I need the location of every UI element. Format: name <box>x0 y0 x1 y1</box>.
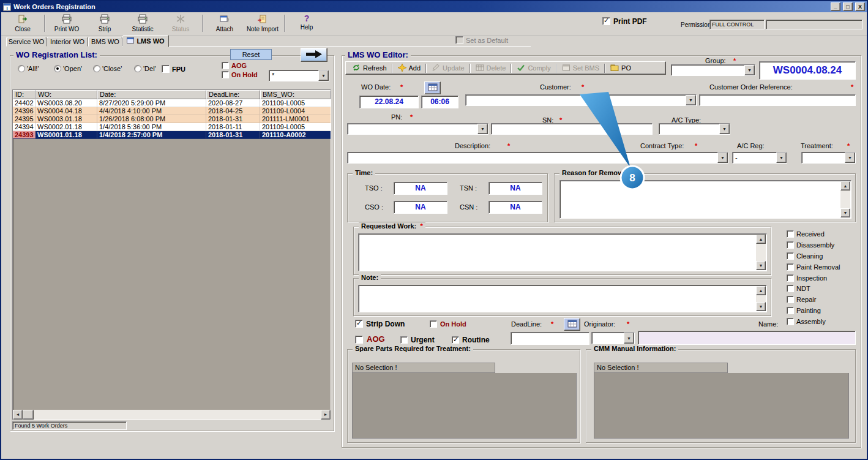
table-row[interactable]: 24396 WS0004.04.18 4/4/2018 4:10:00 PM 2… <box>13 107 331 115</box>
requested-work-textarea[interactable]: ▲ ▼ <box>358 233 767 271</box>
toolbar-close-button[interactable]: Close <box>4 13 42 33</box>
ac-reg-combobox[interactable]: - ▼ <box>732 152 787 164</box>
aog-filter-checkbox[interactable] <box>222 62 229 69</box>
column-header-deadline[interactable]: DeadLine: <box>206 90 260 99</box>
scroll-down-button[interactable]: ▼ <box>756 261 766 270</box>
print-pdf-checkbox[interactable]: ✓ <box>602 17 610 25</box>
column-header-wo[interactable]: WO: <box>36 90 97 99</box>
radio-filter-open[interactable] <box>54 65 61 72</box>
reason-textarea[interactable]: ▲ ▼ <box>559 180 851 219</box>
tab-interior-wo[interactable]: Interior WO <box>47 37 88 47</box>
scroll-up-button[interactable]: ▲ <box>840 181 850 190</box>
csn-field[interactable]: NA <box>488 201 542 214</box>
chevron-down-icon[interactable]: ▼ <box>624 333 634 344</box>
table-row[interactable]: 24402 WS0003.08.20 8/27/2020 5:29:00 PM … <box>13 99 331 107</box>
chevron-down-icon[interactable]: ▼ <box>477 124 488 134</box>
wo-time-field[interactable]: 06:06 <box>421 96 458 108</box>
chevron-down-icon[interactable]: ▼ <box>719 124 730 134</box>
note-textarea[interactable]: ▲ ▼ <box>358 285 767 312</box>
table-row[interactable]: 24395 WS0003.01.18 1/26/2018 6:08:00 PM … <box>13 115 331 123</box>
calendar-button[interactable] <box>424 81 441 94</box>
tab-lms-wo[interactable]: LMS WO <box>122 35 169 47</box>
column-header-date[interactable]: Date: <box>97 90 206 99</box>
spare-parts-area[interactable] <box>352 373 577 439</box>
group-combobox[interactable]: ▼ <box>671 64 755 76</box>
pn-combobox[interactable]: ▼ <box>347 123 488 135</box>
wo-date-field[interactable]: 22.08.24 <box>359 96 419 108</box>
scroll-down-button[interactable]: ▼ <box>756 302 766 311</box>
chevron-down-icon[interactable]: ▼ <box>318 70 329 81</box>
scroll-thumb[interactable] <box>23 410 34 420</box>
forward-arrow-button[interactable] <box>301 48 327 62</box>
v-scrollbar[interactable]: ▲ ▼ <box>840 181 850 217</box>
paint-removal-checkbox[interactable] <box>787 263 794 271</box>
radio-filter-all[interactable] <box>18 65 25 72</box>
chevron-down-icon[interactable]: ▼ <box>744 65 755 75</box>
v-scrollbar[interactable]: ▲ ▼ <box>756 235 766 270</box>
painting-checkbox[interactable] <box>787 307 794 314</box>
maximize-button[interactable]: □ <box>843 2 853 11</box>
customer-combobox[interactable]: ▼ <box>465 94 697 106</box>
tso-field[interactable]: NA <box>394 182 447 195</box>
table-row[interactable]: 24394 WS0002.01.18 1/4/2018 5:36:00 PM 2… <box>13 123 331 131</box>
scroll-up-button[interactable]: ▲ <box>756 286 766 295</box>
originator-combobox[interactable]: ▼ <box>591 332 635 344</box>
tsn-field[interactable]: NA <box>488 182 542 195</box>
scroll-track[interactable] <box>34 410 321 420</box>
toolbar-print-wo-button[interactable]: Print WO <box>48 13 86 33</box>
inspection-checkbox[interactable] <box>787 274 794 282</box>
toolbar-statistic-button[interactable]: Statistic <box>124 13 162 33</box>
on-hold-checkbox[interactable] <box>430 320 437 328</box>
deadline-calendar-button[interactable] <box>564 318 580 331</box>
scroll-up-button[interactable]: ▲ <box>756 235 766 244</box>
column-header-bms[interactable]: BMS_WO: <box>260 90 331 99</box>
refresh-button[interactable]: Refresh <box>348 62 391 74</box>
fpu-checkbox[interactable] <box>162 65 170 73</box>
cmm-header[interactable]: No Selection ! <box>594 363 728 373</box>
scroll-down-button[interactable]: ▼ <box>840 208 850 217</box>
radio-filter-del[interactable] <box>134 65 141 72</box>
toolbar-strip-button[interactable]: Strip <box>86 13 124 33</box>
table-row-selected[interactable]: 24393 WS0001.01.18 1/4/2018 2:57:00 PM 2… <box>13 131 331 139</box>
received-checkbox[interactable] <box>787 230 794 238</box>
tab-bms-wo[interactable]: BMS WO <box>88 37 122 47</box>
name-field[interactable] <box>638 331 856 345</box>
wo-filter-combobox[interactable]: * ▼ <box>269 70 329 81</box>
toolbar-help-button[interactable]: ? Help <box>288 13 326 33</box>
po-button[interactable]: PO <box>607 62 635 74</box>
toolbar-note-import-button[interactable]: Note Import <box>244 13 282 33</box>
toolbar-attach-button[interactable]: Attach <box>206 13 244 33</box>
description-combobox[interactable]: ▼ <box>347 152 728 164</box>
tab-service-wo[interactable]: Service WO <box>6 37 47 47</box>
spare-parts-header[interactable]: No Selection ! <box>352 363 495 373</box>
radio-filter-close[interactable] <box>93 65 100 72</box>
strip-down-checkbox[interactable]: ✓ <box>355 320 363 328</box>
chevron-down-icon[interactable]: ▼ <box>845 153 855 163</box>
aog-checkbox[interactable] <box>355 336 363 344</box>
h-scrollbar[interactable]: ◄ ► <box>13 410 331 420</box>
sn-field[interactable] <box>491 123 653 135</box>
v-scrollbar[interactable]: ▲ ▼ <box>756 286 766 311</box>
cleaning-checkbox[interactable] <box>787 252 794 260</box>
add-button[interactable]: Add <box>394 62 425 74</box>
scroll-right-button[interactable]: ► <box>321 410 331 420</box>
routine-checkbox[interactable]: ✓ <box>452 336 459 344</box>
treatment-combobox[interactable]: ▼ <box>801 152 856 164</box>
reset-button[interactable]: Reset <box>230 49 272 60</box>
disassembly-checkbox[interactable] <box>787 241 794 249</box>
chevron-down-icon[interactable]: ▼ <box>776 153 787 163</box>
ac-type-combobox[interactable]: ▼ <box>659 123 730 135</box>
repair-checkbox[interactable] <box>787 296 794 303</box>
chevron-down-icon[interactable]: ▼ <box>686 95 696 105</box>
cso-field[interactable]: NA <box>394 201 447 214</box>
urgent-checkbox[interactable] <box>400 336 408 344</box>
cmm-area[interactable] <box>594 373 849 439</box>
chevron-down-icon[interactable]: ▼ <box>717 153 728 163</box>
onhold-filter-checkbox[interactable] <box>222 71 229 78</box>
minimize-button[interactable]: _ <box>831 2 840 11</box>
customer-order-reference-field[interactable] <box>699 94 856 106</box>
column-header-id[interactable]: ID: <box>13 90 36 99</box>
assembly-checkbox[interactable] <box>787 318 794 325</box>
close-window-button[interactable]: X <box>855 2 865 11</box>
ndt-checkbox[interactable] <box>787 285 794 292</box>
